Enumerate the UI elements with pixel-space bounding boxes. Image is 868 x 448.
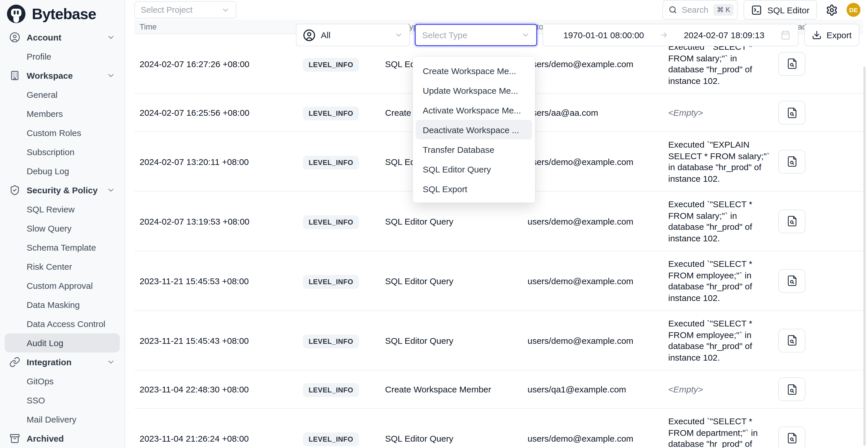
payload-view-button[interactable] [778,269,805,293]
actor-filter-value: All [321,30,389,40]
vertical-scrollbar[interactable] [863,67,866,446]
sidebar-item-data-access-control[interactable]: Data Access Control [5,314,120,333]
sidebar-group-account[interactable]: Account [5,28,120,47]
cell-actor: users/demo@example.com [528,433,668,443]
sidebar-item-members[interactable]: Members [5,104,120,123]
cell-payload [778,150,863,173]
cell-comment: Executed `"EXPLAIN SELECT * FROM salary;… [668,139,778,184]
cell-audit-level: LEVEL_INFO [303,335,385,345]
audit-level-badge: LEVEL_INFO [303,334,359,348]
chevron-down-icon [221,5,230,14]
audit-level-badge: LEVEL_INFO [303,58,359,71]
cell-comment: Executed `"SELECT * FROM salary;"` in da… [668,41,778,86]
sidebar-group-label: Workspace [27,71,73,81]
project-select-placeholder: Select Project [141,5,192,14]
cell-comment: Executed `"SELECT * FROM salary;"` in da… [668,198,778,244]
date-range-picker[interactable]: 1970-01-01 08:00:00 2024-02-07 18:09:13 [542,24,799,46]
sidebar-nav: AccountProfileWorkspaceGeneralMembersCus… [0,26,124,448]
chevron-down-icon [521,31,530,39]
search-input[interactable]: Search ⌘ K [662,0,738,20]
cell-audit-level: LEVEL_INFO [303,59,385,69]
sidebar-group-archived[interactable]: Archived [5,429,120,448]
brand-name: Bytebase [32,5,96,23]
sidebar-item-schema-template[interactable]: Schema Template [5,238,120,257]
menu-item-deactivate-workspace[interactable]: Deactivate Workspace ... [416,120,532,139]
chevron-down-icon [394,31,403,39]
calendar-icon [780,30,791,40]
menu-item-sql-editor-query[interactable]: SQL Editor Query [416,159,532,179]
settings-gear-icon[interactable] [826,4,838,16]
payload-view-button[interactable] [778,101,805,124]
type-filter-placeholder: Select Type [422,30,521,40]
cell-time: 2024-02-07 13:19:53 +08:00 [140,216,303,226]
payload-view-button[interactable] [778,426,805,448]
table-row: 2023-11-21 15:45:43 +08:00LEVEL_INFOSQL … [134,311,863,371]
payload-view-button[interactable] [778,209,805,233]
sidebar-item-gitops[interactable]: GitOps [5,372,120,391]
cell-audit-level: LEVEL_INFO [303,433,385,443]
sidebar-item-debug-log[interactable]: Debug Log [5,161,120,181]
export-button[interactable]: Export [804,24,859,46]
menu-item-sql-export[interactable]: SQL Export [416,179,532,198]
type-filter-select[interactable]: Select Type [414,24,537,46]
sidebar-item-sql-review[interactable]: SQL Review [5,200,120,219]
cell-actor: users/demo@example.com [528,276,668,286]
cell-payload [778,52,863,75]
cell-actor: users/demo@example.com [528,216,668,226]
cell-comment: Executed `"SELECT * FROM department;"` i… [668,416,778,448]
search-placeholder: Search [682,5,709,14]
payload-view-button[interactable] [778,377,805,401]
sql-editor-button[interactable]: SQL Editor [744,0,817,20]
menu-item-create-workspace-me[interactable]: Create Workspace Me... [416,61,532,81]
sidebar-item-subscription[interactable]: Subscription [5,142,120,161]
sidebar-item-custom-roles[interactable]: Custom Roles [5,123,120,142]
sidebar-item-risk-center[interactable]: Risk Center [5,257,120,276]
cell-audit-level: LEVEL_INFO [303,276,385,286]
sidebar-group-security-policy[interactable]: Security & Policy [5,181,120,200]
cell-payload [778,377,863,401]
table-row: 2023-11-21 15:45:53 +08:00LEVEL_INFOSQL … [134,251,863,311]
menu-item-transfer-database[interactable]: Transfer Database [416,139,532,159]
bytebase-logo-icon [6,3,27,24]
cell-time: 2023-11-21 15:45:53 +08:00 [140,276,303,286]
payload-view-button[interactable] [778,150,805,173]
date-from-value[interactable]: 1970-01-01 08:00:00 [550,30,657,40]
payload-view-button[interactable] [778,52,805,75]
cell-audit-level: LEVEL_INFO [303,384,385,394]
audit-level-badge: LEVEL_INFO [303,383,359,397]
cell-audit-level: LEVEL_INFO [303,108,385,118]
sidebar-group-integration[interactable]: Integration [5,352,120,372]
sidebar-item-mail-delivery[interactable]: Mail Delivery [5,410,120,429]
cell-actor: users/demo@example.com [528,335,668,345]
type-filter-menu: Create Workspace Me...Update Workspace M… [413,57,535,202]
cell-audit-type: SQL Editor Query [385,276,528,286]
cell-audit-type: SQL Editor Query [385,216,528,226]
sidebar-item-data-masking[interactable]: Data Masking [5,295,120,314]
menu-item-activate-workspace-me[interactable]: Activate Workspace Me... [416,100,532,120]
sidebar-group-workspace[interactable]: Workspace [5,66,120,85]
logo[interactable]: Bytebase [0,0,124,26]
sidebar-item-custom-approval[interactable]: Custom Approval [5,276,120,295]
cell-time: 2024-02-07 16:27:26 +08:00 [140,59,303,69]
cell-time: 2024-02-07 16:25:56 +08:00 [140,108,303,118]
payload-view-button[interactable] [778,328,805,352]
topbar: Select Project Search ⌘ K SQL Editor D [125,0,868,20]
cell-time: 2023-11-21 15:45:43 +08:00 [140,335,303,345]
sidebar-item-sso[interactable]: SSO [5,391,120,410]
table-row: 2023-11-04 21:26:24 +08:00LEVEL_INFOSQL … [134,409,863,448]
sidebar-item-audit-log[interactable]: Audit Log [5,333,120,352]
terminal-icon [751,4,762,15]
project-select[interactable]: Select Project [134,1,236,19]
menu-item-update-workspace-me[interactable]: Update Workspace Me... [416,81,532,100]
sidebar-group-label: Account [27,32,61,42]
actor-filter-select[interactable]: All [296,24,410,46]
cell-comment: Executed `"SELECT * FROM employee;"` in … [668,318,778,363]
sidebar-item-slow-query[interactable]: Slow Query [5,219,120,238]
avatar[interactable]: DE [846,3,861,17]
sidebar-item-profile[interactable]: Profile [5,47,120,66]
cell-audit-type: SQL Editor Query [385,433,528,443]
date-to-value[interactable]: 2024-02-07 18:09:13 [671,30,778,40]
cell-time: 2023-11-04 21:26:24 +08:00 [140,433,303,443]
sidebar-item-general[interactable]: General [5,85,120,104]
sidebar: Bytebase AccountProfileWorkspaceGeneralM… [0,0,125,448]
